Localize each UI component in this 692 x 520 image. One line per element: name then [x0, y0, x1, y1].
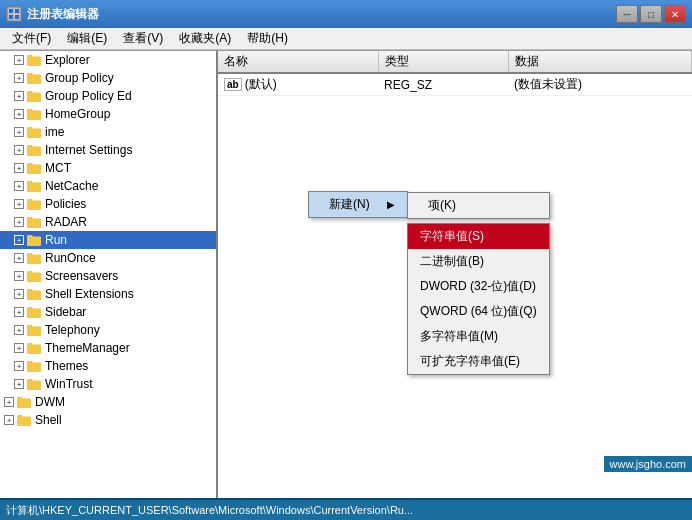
menu-view[interactable]: 查看(V) [115, 28, 171, 49]
folder-icon [26, 215, 42, 229]
folder-icon [26, 359, 42, 373]
svg-rect-3 [9, 15, 13, 19]
menu-help[interactable]: 帮助(H) [239, 28, 296, 49]
tree-label: HomeGroup [45, 107, 110, 121]
tree-item-internetsettings[interactable]: + Internet Settings [0, 141, 216, 159]
tree-item-dwm[interactable]: + DWM [0, 393, 216, 411]
folder-icon [26, 251, 42, 265]
submenu-label: 可扩充字符串值(E) [420, 353, 520, 370]
tree-item-netcache[interactable]: + NetCache [0, 177, 216, 195]
close-button[interactable]: ✕ [664, 5, 686, 23]
menu-favorites[interactable]: 收藏夹(A) [171, 28, 239, 49]
submenu-string-value[interactable]: 字符串值(S) [408, 224, 549, 249]
tree-item-radar[interactable]: + RADAR [0, 213, 216, 231]
col-header-name: 名称 [218, 51, 378, 73]
main-area: + Explorer + Group Policy + [0, 50, 692, 498]
tree-scroll[interactable]: + Explorer + Group Policy + [0, 51, 216, 498]
expand-icon[interactable]: + [14, 379, 24, 389]
new-menu-item[interactable]: 新建(N) ▶ [309, 192, 407, 217]
folder-icon [16, 413, 32, 427]
expand-icon[interactable]: + [14, 127, 24, 137]
tree-label: NetCache [45, 179, 98, 193]
submenu-item-label: 项(K) [428, 197, 456, 214]
tree-item-shell[interactable]: + Shell [0, 411, 216, 429]
tree-item-grouppolicy[interactable]: + Group Policy [0, 69, 216, 87]
tree-item-thememanager[interactable]: + ThemeManager [0, 339, 216, 357]
tree-label: ThemeManager [45, 341, 130, 355]
tree-label: RunOnce [45, 251, 96, 265]
expand-icon[interactable]: + [14, 163, 24, 173]
expand-icon[interactable]: + [4, 415, 14, 425]
tree-item-ime[interactable]: + ime [0, 123, 216, 141]
expand-icon[interactable]: + [14, 145, 24, 155]
expand-icon[interactable]: + [14, 253, 24, 263]
minimize-button[interactable]: ─ [616, 5, 638, 23]
folder-icon [26, 377, 42, 391]
tree-item-run[interactable]: + Run [0, 231, 216, 249]
menu-file[interactable]: 文件(F) [4, 28, 59, 49]
tree-label: Themes [45, 359, 88, 373]
window-title: 注册表编辑器 [27, 6, 99, 23]
statusbar: 计算机\HKEY_CURRENT_USER\Software\Microsoft… [0, 498, 692, 520]
folder-icon [26, 53, 42, 67]
tree-item-telephony[interactable]: + Telephony [0, 321, 216, 339]
tree-item-sidebar[interactable]: + Sidebar [0, 303, 216, 321]
expand-icon[interactable]: + [14, 235, 24, 245]
col-header-data: 数据 [508, 51, 692, 73]
expand-icon[interactable]: + [14, 181, 24, 191]
tree-item-shellextensions[interactable]: + Shell Extensions [0, 285, 216, 303]
context-menu-area: 新建(N) ▶ 项(K) 字符串值(S [308, 191, 408, 218]
tree-item-policies[interactable]: + Policies [0, 195, 216, 213]
submenu-label: DWORD (32-位)值(D) [420, 278, 536, 295]
tree-label: Explorer [45, 53, 90, 67]
svg-rect-4 [15, 15, 19, 19]
tree-label: Group Policy [45, 71, 114, 85]
submenu-expandstring-value[interactable]: 可扩充字符串值(E) [408, 349, 549, 374]
folder-icon [26, 107, 42, 121]
watermark: www.jsgho.com [604, 456, 692, 472]
cell-type: REG_SZ [378, 73, 508, 96]
tree-label: Shell [35, 413, 62, 427]
expand-icon[interactable]: + [14, 55, 24, 65]
tree-item-runonce[interactable]: + RunOnce [0, 249, 216, 267]
tree-label: Internet Settings [45, 143, 132, 157]
expand-icon[interactable]: + [14, 199, 24, 209]
expand-icon[interactable]: + [14, 289, 24, 299]
folder-icon [26, 143, 42, 157]
values-menu-popup: 字符串值(S) 二进制值(B) DWORD (32-位)值(D) QWORD (… [407, 223, 550, 375]
folder-icon [26, 125, 42, 139]
tree-item-grouppolicyed[interactable]: + Group Policy Ed [0, 87, 216, 105]
tree-label: MCT [45, 161, 71, 175]
expand-icon[interactable]: + [14, 109, 24, 119]
expand-icon[interactable]: + [14, 343, 24, 353]
tree-item-mct[interactable]: + MCT [0, 159, 216, 177]
registry-value-icon: ab (默认) [224, 76, 277, 93]
expand-icon[interactable]: + [4, 397, 14, 407]
app-icon [6, 6, 22, 22]
titlebar-left: 注册表编辑器 [6, 6, 99, 23]
menu-edit[interactable]: 编辑(E) [59, 28, 115, 49]
svg-rect-2 [15, 9, 19, 13]
maximize-button[interactable]: □ [640, 5, 662, 23]
expand-icon[interactable]: + [14, 217, 24, 227]
tree-item-screensavers[interactable]: + Screensavers [0, 267, 216, 285]
tree-item-explorer[interactable]: + Explorer [0, 51, 216, 69]
submenu-dword-value[interactable]: DWORD (32-位)值(D) [408, 274, 549, 299]
tree-item-wintrust[interactable]: + WinTrust [0, 375, 216, 393]
expand-icon[interactable]: + [14, 73, 24, 83]
expand-icon[interactable]: + [14, 325, 24, 335]
expand-icon[interactable]: + [14, 271, 24, 281]
expand-icon[interactable]: + [14, 361, 24, 371]
folder-icon [26, 233, 42, 247]
expand-icon[interactable]: + [14, 307, 24, 317]
submenu-binary-value[interactable]: 二进制值(B) [408, 249, 549, 274]
submenu-qword-value[interactable]: QWORD (64 位)值(Q) [408, 299, 549, 324]
table-row[interactable]: ab (默认) REG_SZ (数值未设置) [218, 73, 692, 96]
submenu-container: 项(K) 字符串值(S) 二进制值(B) DWOR [407, 192, 550, 375]
tree-item-themes[interactable]: + Themes [0, 357, 216, 375]
submenu-item-project[interactable]: 项(K) [408, 193, 549, 218]
tree-item-homegroup[interactable]: + HomeGroup [0, 105, 216, 123]
folder-icon [26, 161, 42, 175]
expand-icon[interactable]: + [14, 91, 24, 101]
submenu-multistring-value[interactable]: 多字符串值(M) [408, 324, 549, 349]
